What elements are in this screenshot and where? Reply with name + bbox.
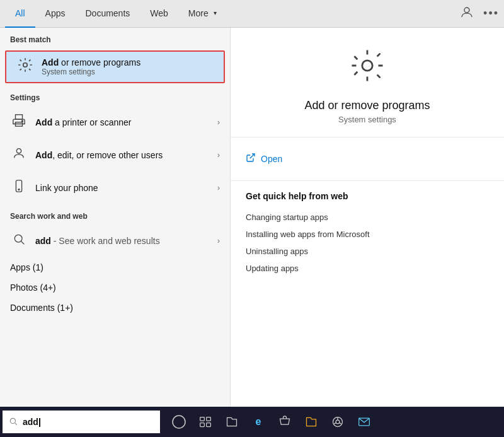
detail-title: Add or remove programs	[304, 99, 430, 112]
help-link-1[interactable]: Changing startup apps	[246, 209, 489, 226]
svg-line-23	[340, 423, 342, 424]
open-action[interactable]: Open	[246, 148, 489, 170]
taskbar-mail[interactable]	[353, 411, 375, 433]
category-apps[interactable]: Apps (1)	[0, 257, 230, 277]
svg-point-20	[336, 420, 340, 424]
tab-all[interactable]: All	[5, 0, 35, 28]
settings-item-printer[interactable]: Add a printer or scanner ›	[0, 106, 230, 139]
svg-rect-2	[16, 115, 23, 119]
detail-actions: Open	[231, 137, 504, 181]
taskbar-task-view[interactable]	[194, 411, 217, 433]
svg-point-10	[362, 61, 372, 71]
tab-web[interactable]: Web	[140, 0, 178, 28]
taskbar-search-circle[interactable]	[168, 411, 190, 433]
svg-line-22	[333, 423, 336, 424]
taskbar-explorer[interactable]	[220, 411, 243, 433]
search-web-item[interactable]: add - See work and web results ›	[0, 224, 230, 257]
taskbar-icons: e	[168, 411, 375, 433]
chevron-right-icon: ›	[217, 118, 220, 127]
best-match-subtitle: System settings	[42, 67, 214, 76]
taskbar-folder[interactable]	[300, 411, 323, 433]
user-icon	[10, 146, 28, 164]
best-match-label: Best match	[0, 28, 230, 48]
chevron-down-icon: ▾	[214, 9, 217, 16]
settings-item-users[interactable]: Add, edit, or remove other users ›	[0, 139, 230, 172]
chevron-right-icon-3: ›	[217, 184, 220, 192]
taskbar-search[interactable]: add	[3, 411, 160, 433]
photos-count-label: Photos (4+)	[10, 283, 56, 293]
detail-subtitle: System settings	[338, 115, 396, 124]
category-documents[interactable]: Documents (1+)	[0, 298, 230, 318]
detail-help: Get quick help from web Changing startup…	[231, 181, 504, 287]
nav-right: •••	[461, 6, 499, 21]
svg-rect-16	[207, 417, 211, 421]
users-item-title: Add, edit, or remove other users	[35, 150, 217, 160]
svg-point-5	[16, 149, 21, 153]
gear-icon	[16, 57, 34, 77]
documents-count-label: Documents (1+)	[10, 303, 73, 313]
chevron-right-icon-4: ›	[217, 236, 220, 245]
help-link-3[interactable]: Uninstalling apps	[246, 243, 489, 260]
taskbar-store[interactable]	[273, 411, 296, 433]
svg-line-11	[250, 154, 255, 158]
open-label: Open	[261, 154, 282, 164]
phone-icon	[10, 179, 28, 197]
search-icon	[10, 233, 28, 249]
category-photos[interactable]: Photos (4+)	[0, 277, 230, 298]
tab-documents[interactable]: Documents	[75, 0, 140, 28]
cursor	[39, 418, 40, 427]
settings-label: Settings	[0, 86, 230, 106]
taskbar-chrome[interactable]	[326, 411, 349, 433]
svg-point-14	[173, 416, 185, 428]
detail-header: Add or remove programs System settings	[231, 28, 504, 137]
top-nav: All Apps Documents Web More ▾ •••	[0, 0, 504, 28]
best-match-title: Add or remove programs	[42, 57, 214, 67]
svg-point-0	[464, 8, 469, 13]
open-icon	[246, 153, 256, 165]
svg-point-12	[10, 418, 15, 423]
svg-point-7	[18, 189, 20, 190]
svg-rect-15	[200, 417, 205, 421]
tab-more[interactable]: More ▾	[178, 0, 227, 28]
svg-rect-18	[207, 423, 211, 427]
left-panel: Best match Add or remove programs System…	[0, 28, 230, 407]
svg-point-1	[23, 63, 28, 67]
printer-item-title: Add a printer or scanner	[35, 117, 217, 127]
svg-point-4	[22, 120, 23, 122]
apps-count-label: Apps (1)	[10, 262, 43, 272]
taskbar-edge[interactable]: e	[247, 411, 270, 433]
settings-item-phone[interactable]: Link your phone ›	[0, 172, 230, 204]
svg-rect-17	[200, 423, 205, 427]
account-icon[interactable]	[461, 6, 473, 21]
search-web-label: Search work and web	[0, 204, 230, 224]
svg-line-9	[21, 242, 25, 245]
tab-apps[interactable]: Apps	[35, 0, 76, 28]
taskbar-search-icon	[9, 417, 18, 428]
chevron-right-icon-2: ›	[217, 151, 220, 160]
search-web-title: add - See work and web results	[35, 236, 217, 246]
phone-item-title: Link your phone	[35, 183, 217, 193]
help-link-4[interactable]: Updating apps	[246, 260, 489, 277]
help-title: Get quick help from web	[246, 191, 489, 201]
help-link-2[interactable]: Installing web apps from Microsoft	[246, 226, 489, 243]
detail-gear-icon	[350, 48, 385, 91]
more-options-icon[interactable]: •••	[483, 7, 499, 20]
taskbar-search-text: add	[23, 417, 40, 427]
right-panel: Add or remove programs System settings O…	[230, 28, 504, 407]
main-content: Best match Add or remove programs System…	[0, 28, 504, 407]
best-match-item[interactable]: Add or remove programs System settings	[5, 50, 225, 83]
svg-line-13	[15, 422, 17, 424]
taskbar: add e	[0, 407, 504, 437]
printer-icon	[10, 114, 28, 131]
svg-point-8	[14, 235, 22, 242]
